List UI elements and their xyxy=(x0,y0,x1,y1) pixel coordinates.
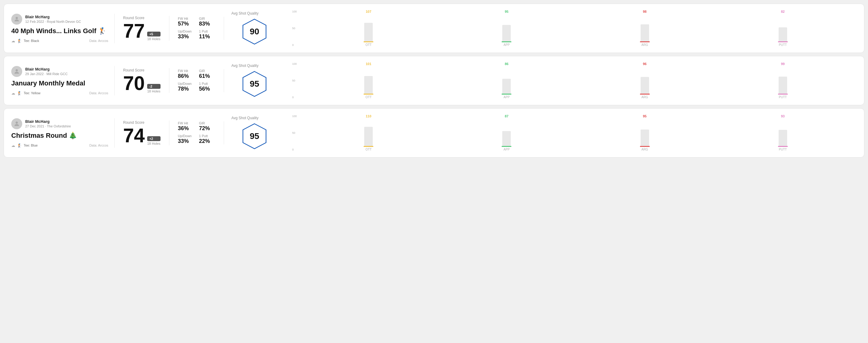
score-badge: +5 xyxy=(147,32,160,36)
bottom-row: ☁ 🏌 Tee: Black Data: Arccos xyxy=(11,39,108,43)
holes-text: 18 Holes xyxy=(147,37,160,41)
chart-bar-area xyxy=(714,66,852,95)
round-score-label: Round Score xyxy=(123,120,160,125)
round-score-label: Round Score xyxy=(123,16,160,20)
chart-col-value: 110 xyxy=(366,115,371,118)
left-section: Blair McHarg 27 Dec 2021 · The Oxfordshi… xyxy=(11,118,115,148)
chart-bar-line xyxy=(778,146,788,147)
gir-label: GIR xyxy=(199,69,216,73)
chart-section: 100 50 0 101 OTT 86 xyxy=(285,62,857,99)
oneputt-label: 1 Putt xyxy=(199,134,216,138)
quality-section: Avg Shot Quality 95 xyxy=(224,64,285,98)
score-section: Round Score 77 +5 18 Holes xyxy=(115,16,169,41)
chart-x-label: APP xyxy=(503,148,509,151)
chart-column: 99 PUTT xyxy=(714,62,852,99)
chart-col-value: 98 xyxy=(643,10,647,13)
chart-bar-line xyxy=(640,146,650,147)
chart-column: 93 PUTT xyxy=(714,115,852,151)
chart-column: 101 OTT xyxy=(300,62,437,99)
fw-hit-value: 57% xyxy=(178,21,194,27)
chart-col-value: 87 xyxy=(505,115,508,118)
score-section: Round Score 70 -2 18 Holes xyxy=(115,68,169,93)
left-section: Blair McHarg 12 Feb 2022 · Royal North D… xyxy=(11,14,115,43)
chart-col-value: 95 xyxy=(643,115,647,118)
chart-bar xyxy=(502,131,511,147)
fw-hit-stat: FW Hit 57% xyxy=(178,17,194,27)
chart-column: 82 PUTT xyxy=(714,10,852,46)
score-row: 77 +5 18 Holes xyxy=(123,21,160,41)
chart-x-label: OTT xyxy=(366,148,372,151)
chart-columns: 107 OTT 95 APP 98 xyxy=(300,10,852,46)
bag-icon: 🏌 xyxy=(17,143,22,148)
chart-col-value: 96 xyxy=(643,62,647,66)
chart-x-label: OTT xyxy=(366,95,372,99)
score-badge: -2 xyxy=(147,84,160,89)
chart-bar-line xyxy=(364,41,373,42)
user-icon xyxy=(13,120,20,127)
chart-bar xyxy=(779,27,787,42)
left-section: Blair McHarg 29 Jan 2022 · Mill Ride GCC… xyxy=(11,66,115,95)
score-section: Round Score 74 +2 18 Holes xyxy=(115,120,169,145)
quality-score: 95 xyxy=(250,79,259,89)
round-card: Blair McHarg 29 Jan 2022 · Mill Ride GCC… xyxy=(4,56,864,105)
round-card: Blair McHarg 12 Feb 2022 · Royal North D… xyxy=(4,4,864,53)
updown-value: 33% xyxy=(178,138,194,145)
chart-x-label: PUTT xyxy=(779,95,787,99)
updown-stat: Up/Down 33% xyxy=(178,134,194,145)
chart-x-label: ARG xyxy=(642,43,648,46)
score-badge: +2 xyxy=(147,136,160,141)
bag-icon: 🏌 xyxy=(17,91,22,95)
chart-column: 96 ARG xyxy=(576,62,714,99)
chart-bar-line xyxy=(640,41,650,42)
bottom-row: ☁ 🏌 Tee: Blue Data: Arccos xyxy=(11,143,108,148)
oneputt-label: 1 Putt xyxy=(199,30,216,33)
chart-bar-area xyxy=(714,14,852,42)
chart-bar-area xyxy=(576,66,714,95)
chart-bar-line xyxy=(640,94,650,95)
score-number: 70 xyxy=(123,73,145,93)
chart-columns: 110 OTT 87 APP 95 xyxy=(300,115,852,151)
fw-hit-value: 86% xyxy=(178,73,194,80)
chart-bar-area xyxy=(300,14,437,42)
chart-x-label: OTT xyxy=(366,43,372,46)
chart-bar xyxy=(364,23,373,42)
updown-value: 78% xyxy=(178,86,194,92)
svg-point-2 xyxy=(16,69,18,71)
score-badge-holes: -2 18 Holes xyxy=(147,84,160,93)
avatar xyxy=(11,118,22,129)
chart-bar-line xyxy=(502,146,512,147)
chart-columns: 101 OTT 86 APP 96 xyxy=(300,62,852,99)
chart-column: 110 OTT xyxy=(300,115,437,151)
quality-score: 95 xyxy=(250,131,259,141)
tee-label: Tee: Blue xyxy=(24,144,38,147)
round-title: Christmas Round 🎄 xyxy=(11,132,108,139)
chart-bar xyxy=(779,130,787,147)
chart-col-value: 95 xyxy=(505,10,508,13)
gir-stat: GIR 72% xyxy=(199,121,216,132)
chart-x-label: PUTT xyxy=(779,43,787,46)
user-info: Blair McHarg 27 Dec 2021 · The Oxfordshi… xyxy=(25,119,71,128)
stats-section: FW Hit 36% GIR 72% Up/Down 33% 1 Putt 22… xyxy=(169,121,224,145)
chart-bar xyxy=(641,129,649,147)
cloud-icon: ☁ xyxy=(11,39,15,43)
oneputt-value: 22% xyxy=(199,138,216,145)
stats-section: FW Hit 86% GIR 61% Up/Down 78% 1 Putt 56… xyxy=(169,69,224,92)
chart-x-label: APP xyxy=(503,95,509,99)
fw-hit-stat: FW Hit 86% xyxy=(178,69,194,80)
cloud-icon: ☁ xyxy=(11,143,15,148)
cloud-icon: ☁ xyxy=(11,91,15,95)
chart-bar xyxy=(641,77,649,95)
svg-point-4 xyxy=(16,121,18,123)
chart-x-label: PUTT xyxy=(779,148,787,151)
tee-info: ☁ 🏌 Tee: Blue xyxy=(11,143,38,148)
stats-grid: FW Hit 86% GIR 61% Up/Down 78% 1 Putt 56… xyxy=(178,69,215,92)
oneputt-value: 11% xyxy=(199,33,216,40)
quality-label: Avg Shot Quality xyxy=(231,116,258,120)
svg-point-0 xyxy=(16,17,18,19)
score-number: 77 xyxy=(123,21,145,41)
chart-bar-area xyxy=(714,119,852,147)
chart-x-label: APP xyxy=(503,43,509,46)
chart-column: 95 APP xyxy=(437,10,576,46)
user-row: Blair McHarg 27 Dec 2021 · The Oxfordshi… xyxy=(11,118,108,129)
chart-y-axis: 100 50 0 xyxy=(292,62,300,99)
